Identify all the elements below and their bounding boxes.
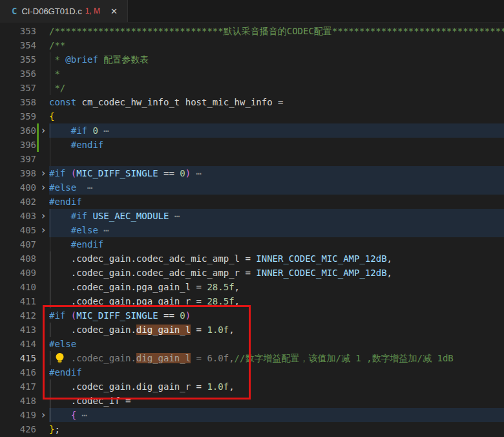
line-number[interactable]: 400 xyxy=(0,180,36,195)
code-content[interactable]: { ⋯ xyxy=(49,408,504,422)
code-line[interactable]: 408 .codec_gain.codec_adc_mic_amp_l = IN… xyxy=(0,251,504,266)
line-number[interactable]: 353 xyxy=(0,24,36,38)
code-content[interactable]: #else xyxy=(49,337,504,351)
code-line[interactable]: 396 #endif xyxy=(0,138,504,152)
code-content[interactable] xyxy=(49,152,504,166)
gutter[interactable]: 426 xyxy=(0,422,49,436)
editor-tab[interactable]: C CI-D06GT01D.c 1, M ✕ xyxy=(0,0,128,22)
fold-chevron-icon[interactable]: › xyxy=(38,223,48,237)
line-number[interactable]: 360 xyxy=(0,123,36,138)
code-content[interactable]: .codec_gain.dig_gain_l = 6.0f,//数字增益配置，该… xyxy=(49,351,504,365)
code-line[interactable]: 407 #endif xyxy=(0,237,504,251)
code-line[interactable]: 415 .codec_gain.dig_gain_l = 6.0f,//数字增益… xyxy=(0,351,504,365)
gutter[interactable]: 357 xyxy=(0,81,49,95)
code-content[interactable]: .codec_gain.codec_adc_mic_amp_l = INNER_… xyxy=(49,251,504,266)
gutter[interactable]: 405› xyxy=(0,223,49,237)
line-number[interactable]: 405 xyxy=(0,223,36,237)
code-line[interactable]: 402#endif xyxy=(0,195,504,209)
code-line[interactable]: 360› #if 0 ⋯ xyxy=(0,123,504,138)
code-editor[interactable]: 353/*******************************默认采音播… xyxy=(0,23,504,436)
code-line[interactable]: 359{ xyxy=(0,109,504,123)
gutter[interactable]: 356 xyxy=(0,67,49,81)
line-number[interactable]: 416 xyxy=(0,365,36,379)
line-number[interactable]: 407 xyxy=(0,237,36,251)
gutter[interactable]: 358 xyxy=(0,95,49,109)
code-line[interactable]: 397 xyxy=(0,152,504,166)
gutter[interactable]: 409 xyxy=(0,266,49,280)
code-content[interactable]: { xyxy=(49,109,504,123)
lightbulb-icon[interactable] xyxy=(54,352,65,364)
gutter[interactable]: 403› xyxy=(0,209,49,223)
code-content[interactable]: .codec_gain.pga_gain_r = 28.5f, xyxy=(49,294,504,308)
gutter[interactable]: 412 xyxy=(0,308,49,323)
gutter[interactable]: 408 xyxy=(0,251,49,266)
code-line[interactable]: 398›#if (MIC_DIFF_SINGLE == 0) ⋯ xyxy=(0,166,504,180)
code-content[interactable]: #if USE_AEC_MODULE ⋯ xyxy=(49,209,504,223)
fold-chevron-icon[interactable]: › xyxy=(38,166,48,180)
gutter[interactable]: 418 xyxy=(0,394,49,408)
code-line[interactable]: 414#else xyxy=(0,337,504,351)
code-line[interactable]: 358const cm_codec_hw_info_t host_mic_hw_… xyxy=(0,95,504,109)
code-line[interactable]: 400›#else ⋯ xyxy=(0,180,504,195)
line-number[interactable]: 419 xyxy=(0,408,36,422)
close-tab-icon[interactable]: ✕ xyxy=(109,6,120,17)
gutter[interactable]: 414 xyxy=(0,337,49,351)
gutter[interactable]: 402 xyxy=(0,195,49,209)
code-content[interactable]: */ xyxy=(49,81,504,95)
code-content[interactable]: #else ⋯ xyxy=(49,180,504,195)
gutter[interactable]: 411 xyxy=(0,294,49,308)
code-content[interactable]: #else ⋯ xyxy=(49,223,504,237)
line-number[interactable]: 355 xyxy=(0,52,36,67)
line-number[interactable]: 408 xyxy=(0,251,36,266)
line-number[interactable]: 356 xyxy=(0,67,36,81)
code-content[interactable]: #if (MIC_DIFF_SINGLE == 0) xyxy=(49,308,504,323)
code-content[interactable]: .codec_gain.codec_adc_mic_amp_r = INNER_… xyxy=(49,266,504,280)
fold-chevron-icon[interactable]: › xyxy=(38,408,48,422)
code-content[interactable]: .codec_gain.pga_gain_l = 28.5f, xyxy=(49,280,504,294)
line-number[interactable]: 354 xyxy=(0,38,36,52)
code-content[interactable]: #if 0 ⋯ xyxy=(49,123,504,138)
line-number[interactable]: 412 xyxy=(0,308,36,323)
gutter[interactable]: 410 xyxy=(0,280,49,294)
code-content[interactable]: .codec_gain.dig_gain_l = 1.0f, xyxy=(49,323,504,337)
gutter[interactable]: 353 xyxy=(0,24,49,38)
code-line[interactable]: 403› #if USE_AEC_MODULE ⋯ xyxy=(0,209,504,223)
line-number[interactable]: 398 xyxy=(0,166,36,180)
code-line[interactable]: 416#endif xyxy=(0,365,504,379)
code-content[interactable]: * xyxy=(49,67,504,81)
code-line[interactable]: 412#if (MIC_DIFF_SINGLE == 0) xyxy=(0,308,504,323)
code-line[interactable]: 355 * @brief 配置参数表 xyxy=(0,52,504,67)
gutter[interactable]: 413 xyxy=(0,323,49,337)
line-number[interactable]: 359 xyxy=(0,109,36,123)
line-number[interactable]: 357 xyxy=(0,81,36,95)
gutter[interactable]: 360› xyxy=(0,123,49,138)
line-number[interactable]: 410 xyxy=(0,280,36,294)
gutter[interactable]: 398› xyxy=(0,166,49,180)
line-number[interactable]: 414 xyxy=(0,337,36,351)
code-line[interactable]: 426}; xyxy=(0,422,504,436)
gutter[interactable]: 354 xyxy=(0,38,49,52)
gutter[interactable]: 407 xyxy=(0,237,49,251)
line-number[interactable]: 396 xyxy=(0,138,36,152)
gutter[interactable]: 355 xyxy=(0,52,49,67)
code-content[interactable]: #endif xyxy=(49,365,504,379)
gutter[interactable]: 396 xyxy=(0,138,49,152)
code-content[interactable]: #endif xyxy=(49,237,504,251)
code-content[interactable]: .codec_gain.dig_gain_r = 1.0f, xyxy=(49,379,504,394)
line-number[interactable]: 418 xyxy=(0,394,36,408)
code-line[interactable]: 418 .codec_if = xyxy=(0,394,504,408)
code-line[interactable]: 354/** xyxy=(0,38,504,52)
code-content[interactable]: * @brief 配置参数表 xyxy=(49,52,504,67)
code-line[interactable]: 410 .codec_gain.pga_gain_l = 28.5f, xyxy=(0,280,504,294)
line-number[interactable]: 413 xyxy=(0,323,36,337)
code-content[interactable]: #endif xyxy=(49,138,504,152)
code-line[interactable]: 356 * xyxy=(0,67,504,81)
line-number[interactable]: 417 xyxy=(0,379,36,394)
code-line[interactable]: 419› { ⋯ xyxy=(0,408,504,422)
gutter[interactable]: 359 xyxy=(0,109,49,123)
line-number[interactable]: 426 xyxy=(0,422,36,436)
line-number[interactable]: 415 xyxy=(0,351,36,365)
gutter[interactable]: 397 xyxy=(0,152,49,166)
line-number[interactable]: 402 xyxy=(0,195,36,209)
line-number[interactable]: 409 xyxy=(0,266,36,280)
